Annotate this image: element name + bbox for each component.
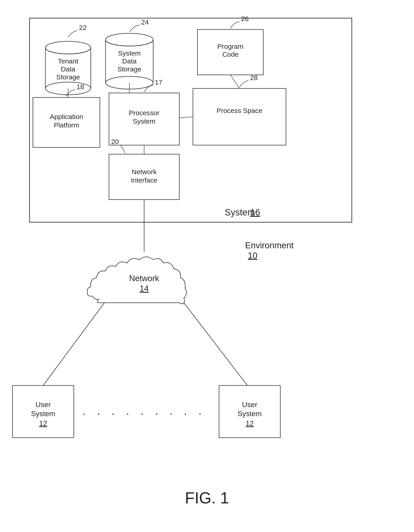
svg-text:System: System: [238, 409, 262, 418]
svg-text:24: 24: [141, 18, 149, 26]
svg-text:Environment: Environment: [245, 241, 294, 250]
svg-text:Interface: Interface: [131, 176, 158, 184]
svg-line-45: [43, 303, 104, 386]
svg-text:System: System: [31, 409, 55, 418]
svg-text:12: 12: [246, 419, 254, 428]
svg-line-46: [184, 303, 247, 386]
svg-text:28: 28: [250, 74, 258, 81]
svg-text:26: 26: [241, 15, 248, 22]
svg-rect-28: [193, 88, 286, 145]
diagram-svg: 22 Tenant Data Storage 24 System Data St…: [0, 0, 414, 532]
svg-text:14: 14: [140, 284, 149, 293]
svg-text:10: 10: [248, 251, 257, 260]
svg-text:Program: Program: [217, 43, 243, 50]
svg-text:User: User: [242, 400, 257, 409]
svg-text:16: 16: [250, 207, 260, 217]
svg-text:Application: Application: [50, 113, 83, 120]
svg-text:User: User: [35, 400, 51, 409]
svg-text:22: 22: [79, 24, 87, 31]
svg-text:Processor: Processor: [129, 109, 159, 117]
svg-text:Code: Code: [222, 51, 238, 58]
svg-line-40: [230, 75, 239, 88]
svg-text:20: 20: [111, 138, 119, 145]
svg-text:17: 17: [155, 78, 162, 86]
svg-text:FIG. 1: FIG. 1: [185, 489, 229, 507]
svg-text:System: System: [133, 117, 156, 125]
svg-text:Storage: Storage: [56, 73, 80, 81]
svg-text:Platform: Platform: [54, 121, 79, 129]
svg-line-41: [179, 117, 193, 118]
svg-text:Network: Network: [132, 168, 157, 176]
svg-text:Data: Data: [61, 65, 75, 73]
svg-text:12: 12: [39, 419, 47, 428]
svg-text:Network: Network: [129, 274, 159, 283]
svg-text:Tenant: Tenant: [58, 57, 79, 65]
page: 22 Tenant Data Storage 24 System Data St…: [0, 0, 414, 532]
svg-text:System: System: [118, 49, 141, 57]
svg-text:Storage: Storage: [117, 65, 141, 73]
svg-text:Process Space: Process Space: [217, 107, 262, 114]
svg-text:· · · · · · · · ·: · · · · · · · · ·: [83, 407, 206, 420]
svg-text:18: 18: [77, 83, 84, 90]
svg-text:Data: Data: [122, 57, 137, 65]
